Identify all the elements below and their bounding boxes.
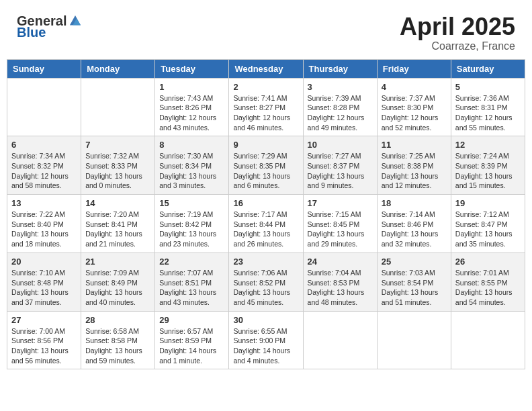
table-row: 27Sunrise: 7:00 AM Sunset: 8:56 PM Dayli… xyxy=(7,311,81,369)
table-row xyxy=(7,78,81,136)
table-row: 15Sunrise: 7:19 AM Sunset: 8:42 PM Dayli… xyxy=(155,195,229,253)
day-info: Sunrise: 7:25 AM Sunset: 8:38 PM Dayligh… xyxy=(382,151,447,191)
header-tuesday: Tuesday xyxy=(155,59,229,78)
table-row: 28Sunrise: 6:58 AM Sunset: 8:58 PM Dayli… xyxy=(81,311,155,369)
day-info: Sunrise: 7:03 AM Sunset: 8:54 PM Dayligh… xyxy=(382,268,447,308)
table-row: 24Sunrise: 7:04 AM Sunset: 8:53 PM Dayli… xyxy=(303,253,377,311)
table-row: 16Sunrise: 7:17 AM Sunset: 8:44 PM Dayli… xyxy=(229,195,303,253)
day-number: 15 xyxy=(159,198,224,208)
day-info: Sunrise: 7:27 AM Sunset: 8:37 PM Dayligh… xyxy=(308,151,373,191)
day-number: 2 xyxy=(233,82,298,92)
day-number: 14 xyxy=(85,198,150,208)
day-info: Sunrise: 7:32 AM Sunset: 8:33 PM Dayligh… xyxy=(85,151,150,191)
header-thursday: Thursday xyxy=(303,59,377,78)
title-area: April 2025 Coarraze, France xyxy=(400,13,515,52)
day-number: 6 xyxy=(11,140,77,150)
table-row: 29Sunrise: 6:57 AM Sunset: 8:59 PM Dayli… xyxy=(155,311,229,369)
day-info: Sunrise: 7:41 AM Sunset: 8:27 PM Dayligh… xyxy=(233,93,298,133)
header-wednesday: Wednesday xyxy=(229,59,303,78)
table-row: 21Sunrise: 7:09 AM Sunset: 8:49 PM Dayli… xyxy=(81,253,155,311)
day-info: Sunrise: 7:04 AM Sunset: 8:53 PM Dayligh… xyxy=(308,268,373,308)
table-row: 5Sunrise: 7:36 AM Sunset: 8:31 PM Daylig… xyxy=(451,78,525,136)
table-row: 12Sunrise: 7:24 AM Sunset: 8:39 PM Dayli… xyxy=(451,136,525,195)
day-number: 21 xyxy=(85,257,150,267)
table-row: 23Sunrise: 7:06 AM Sunset: 8:52 PM Dayli… xyxy=(229,253,303,311)
table-row xyxy=(303,311,377,369)
day-number: 24 xyxy=(308,257,373,267)
day-info: Sunrise: 7:15 AM Sunset: 8:45 PM Dayligh… xyxy=(308,210,373,249)
logo-blue-text: Blue xyxy=(17,26,46,39)
day-info: Sunrise: 7:34 AM Sunset: 8:32 PM Dayligh… xyxy=(11,151,77,191)
table-row: 6Sunrise: 7:34 AM Sunset: 8:32 PM Daylig… xyxy=(7,136,81,195)
week-row-3: 13Sunrise: 7:22 AM Sunset: 8:40 PM Dayli… xyxy=(7,195,525,253)
day-number: 17 xyxy=(308,198,373,208)
table-row: 14Sunrise: 7:20 AM Sunset: 8:41 PM Dayli… xyxy=(81,195,155,253)
week-row-1: 1Sunrise: 7:43 AM Sunset: 8:26 PM Daylig… xyxy=(7,78,525,136)
day-number: 18 xyxy=(382,198,447,208)
table-row: 7Sunrise: 7:32 AM Sunset: 8:33 PM Daylig… xyxy=(81,136,155,195)
day-number: 30 xyxy=(233,315,298,325)
day-number: 20 xyxy=(11,257,77,267)
table-row xyxy=(451,311,525,369)
day-number: 13 xyxy=(11,198,77,208)
header-saturday: Saturday xyxy=(451,59,525,78)
day-number: 3 xyxy=(308,82,373,92)
table-row xyxy=(377,311,451,369)
day-number: 19 xyxy=(455,198,521,208)
table-row: 10Sunrise: 7:27 AM Sunset: 8:37 PM Dayli… xyxy=(303,136,377,195)
table-row: 4Sunrise: 7:37 AM Sunset: 8:30 PM Daylig… xyxy=(377,78,451,136)
table-row: 26Sunrise: 7:01 AM Sunset: 8:55 PM Dayli… xyxy=(451,253,525,311)
day-info: Sunrise: 6:55 AM Sunset: 9:00 PM Dayligh… xyxy=(233,326,298,366)
page-header: General Blue April 2025 Coarraze, France xyxy=(7,7,525,56)
header-friday: Friday xyxy=(377,59,451,78)
logo-icon xyxy=(68,13,83,28)
day-number: 7 xyxy=(85,140,150,150)
day-info: Sunrise: 7:29 AM Sunset: 8:35 PM Dayligh… xyxy=(233,151,298,191)
day-info: Sunrise: 6:58 AM Sunset: 8:58 PM Dayligh… xyxy=(85,326,150,366)
day-number: 5 xyxy=(455,82,521,92)
table-row: 20Sunrise: 7:10 AM Sunset: 8:48 PM Dayli… xyxy=(7,253,81,311)
table-row: 3Sunrise: 7:39 AM Sunset: 8:28 PM Daylig… xyxy=(303,78,377,136)
table-row xyxy=(81,78,155,136)
day-info: Sunrise: 7:24 AM Sunset: 8:39 PM Dayligh… xyxy=(455,151,521,191)
day-number: 26 xyxy=(455,257,521,267)
day-number: 29 xyxy=(159,315,224,325)
day-info: Sunrise: 7:01 AM Sunset: 8:55 PM Dayligh… xyxy=(455,268,521,308)
day-info: Sunrise: 7:17 AM Sunset: 8:44 PM Dayligh… xyxy=(233,210,298,249)
day-number: 12 xyxy=(455,140,521,150)
header-monday: Monday xyxy=(81,59,155,78)
day-number: 10 xyxy=(308,140,373,150)
day-number: 4 xyxy=(382,82,447,92)
day-number: 11 xyxy=(382,140,447,150)
day-number: 16 xyxy=(233,198,298,208)
table-row: 8Sunrise: 7:30 AM Sunset: 8:34 PM Daylig… xyxy=(155,136,229,195)
calendar-title: April 2025 xyxy=(400,13,515,40)
calendar-location: Coarraze, France xyxy=(400,40,515,52)
day-info: Sunrise: 7:06 AM Sunset: 8:52 PM Dayligh… xyxy=(233,268,298,308)
table-row: 17Sunrise: 7:15 AM Sunset: 8:45 PM Dayli… xyxy=(303,195,377,253)
calendar-table: Sunday Monday Tuesday Wednesday Thursday… xyxy=(7,59,525,370)
day-info: Sunrise: 6:57 AM Sunset: 8:59 PM Dayligh… xyxy=(159,326,224,366)
table-row: 13Sunrise: 7:22 AM Sunset: 8:40 PM Dayli… xyxy=(7,195,81,253)
day-number: 9 xyxy=(233,140,298,150)
day-number: 25 xyxy=(382,257,447,267)
day-info: Sunrise: 7:10 AM Sunset: 8:48 PM Dayligh… xyxy=(11,268,77,308)
day-info: Sunrise: 7:30 AM Sunset: 8:34 PM Dayligh… xyxy=(159,151,224,191)
day-info: Sunrise: 7:20 AM Sunset: 8:41 PM Dayligh… xyxy=(85,210,150,249)
day-number: 8 xyxy=(159,140,224,150)
day-info: Sunrise: 7:09 AM Sunset: 8:49 PM Dayligh… xyxy=(85,268,150,308)
day-info: Sunrise: 7:39 AM Sunset: 8:28 PM Dayligh… xyxy=(308,93,373,133)
day-number: 28 xyxy=(85,315,150,325)
week-row-2: 6Sunrise: 7:34 AM Sunset: 8:32 PM Daylig… xyxy=(7,136,525,195)
table-row: 1Sunrise: 7:43 AM Sunset: 8:26 PM Daylig… xyxy=(155,78,229,136)
day-info: Sunrise: 7:00 AM Sunset: 8:56 PM Dayligh… xyxy=(11,326,77,366)
day-number: 23 xyxy=(233,257,298,267)
table-row: 2Sunrise: 7:41 AM Sunset: 8:27 PM Daylig… xyxy=(229,78,303,136)
calendar-header-row: Sunday Monday Tuesday Wednesday Thursday… xyxy=(7,59,525,78)
week-row-4: 20Sunrise: 7:10 AM Sunset: 8:48 PM Dayli… xyxy=(7,253,525,311)
table-row: 18Sunrise: 7:14 AM Sunset: 8:46 PM Dayli… xyxy=(377,195,451,253)
header-sunday: Sunday xyxy=(7,59,81,78)
table-row: 11Sunrise: 7:25 AM Sunset: 8:38 PM Dayli… xyxy=(377,136,451,195)
day-info: Sunrise: 7:07 AM Sunset: 8:51 PM Dayligh… xyxy=(159,268,224,308)
day-info: Sunrise: 7:19 AM Sunset: 8:42 PM Dayligh… xyxy=(159,210,224,249)
